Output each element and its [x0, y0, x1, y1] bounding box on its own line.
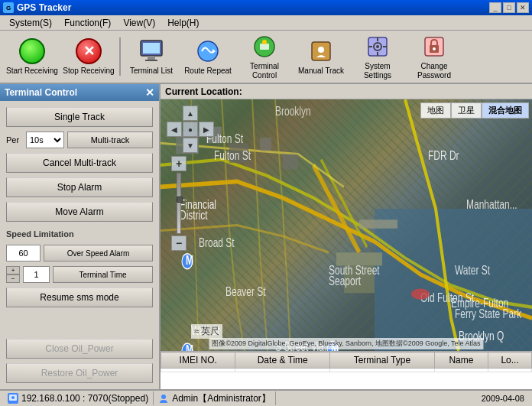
zoom-bar: + −	[171, 156, 187, 251]
status-user: Admin【Administrator】	[154, 391, 276, 405]
svg-rect-15	[377, 52, 378, 56]
svg-text:Beaver St: Beaver St	[225, 284, 266, 299]
map-type-bar: 地图 卫星 混合地图	[420, 102, 529, 119]
manual-track-icon	[307, 37, 335, 65]
network-icon	[8, 393, 18, 404]
start-receiving-label: Start Receiving	[6, 67, 58, 76]
minus-button[interactable]: −	[6, 274, 20, 283]
toolbar-separator	[119, 37, 121, 76]
minimize-button[interactable]: _	[489, 2, 501, 13]
stepper-row: + − Terminal Time	[6, 266, 153, 283]
cell-name	[434, 369, 488, 372]
svg-rect-3	[145, 60, 157, 61]
scale-value: ≈	[194, 326, 200, 336]
map-type-map-button[interactable]: 地图	[420, 102, 451, 119]
map-area[interactable]: Financial District South Street Seaport …	[161, 99, 532, 351]
system-settings-button[interactable]: System Settings	[350, 33, 405, 80]
title-bar-left: G GPS Tracker	[3, 2, 71, 13]
app-icon: G	[3, 2, 14, 13]
svg-rect-7	[260, 44, 269, 50]
terminal-list-button[interactable]: Terminal List	[124, 33, 179, 80]
svg-rect-1	[143, 43, 160, 54]
stop-receiving-button[interactable]: ✕ Stop Receiving	[61, 33, 116, 80]
plus-button[interactable]: +	[6, 266, 20, 274]
svg-point-10	[318, 47, 324, 53]
maximize-button[interactable]: □	[503, 2, 515, 13]
window-controls[interactable]: _ □ ✕	[489, 2, 529, 13]
cancel-multi-track-button[interactable]: Cancel Multi-track	[6, 153, 153, 173]
zoom-in-button[interactable]: +	[171, 156, 187, 171]
single-track-button[interactable]: Single Track	[6, 107, 153, 127]
cell-datetime	[235, 369, 330, 372]
svg-rect-29	[260, 138, 271, 151]
per-row: Per 10s 5s 30s 60s Multi-track	[6, 132, 153, 148]
stepper-buttons: + −	[6, 266, 20, 283]
change-password-button[interactable]: Change Password	[407, 33, 462, 80]
map-type-hybrid-button[interactable]: 混合地图	[482, 102, 529, 119]
multi-track-button[interactable]: Multi-track	[67, 132, 153, 148]
scale-unit: 英尺	[201, 326, 219, 336]
col-terminal-type: Terminal Type	[330, 352, 435, 369]
over-speed-alarm-button[interactable]: Over Speed Alarm	[44, 245, 153, 261]
map-type-satellite-button[interactable]: 卫星	[451, 102, 482, 119]
map-scale: ≈ 英尺	[191, 324, 222, 339]
menu-system[interactable]: System(S)	[3, 16, 58, 30]
terminal-time-button[interactable]: Terminal Time	[53, 266, 153, 283]
change-password-label: Change Password	[407, 62, 462, 80]
panel-close-button[interactable]: ✕	[145, 86, 154, 99]
move-alarm-button[interactable]: Move Alarm	[6, 202, 153, 222]
speed-input[interactable]	[6, 245, 41, 261]
manual-track-button[interactable]: Manual Track	[294, 33, 349, 80]
zoom-out-button[interactable]: −	[171, 235, 187, 251]
svg-text:Fulton St: Fulton St	[214, 148, 251, 163]
svg-rect-30	[283, 154, 298, 170]
resume-sms-button[interactable]: Resume sms mode	[6, 287, 153, 307]
user-icon	[158, 393, 169, 404]
svg-rect-16	[368, 46, 372, 47]
menu-bar: System(S) Function(F) View(V) Help(H)	[0, 15, 532, 31]
menu-view[interactable]: View(V)	[117, 16, 161, 30]
panel-title: Terminal Control	[5, 87, 77, 98]
terminal-control-button[interactable]: Terminal Control	[237, 33, 292, 80]
svg-rect-25	[359, 219, 397, 228]
nav-right-button[interactable]: ▶	[199, 122, 214, 137]
terminal-list-label: Terminal List	[130, 67, 173, 76]
main-content: Terminal Control ✕ Single Track Per 10s …	[0, 84, 532, 389]
terminal-control-icon	[251, 33, 278, 60]
stepper-value[interactable]	[23, 266, 50, 283]
close-oil-button[interactable]: Close Oil_Power	[6, 339, 153, 359]
table-row	[161, 369, 532, 372]
map-copyright: 图像©2009 DigitalGlobe, GeoEye, Bluesky, S…	[209, 338, 483, 349]
svg-text:Brooklyn: Brooklyn	[275, 104, 311, 119]
col-name: Name	[434, 352, 488, 369]
nav-down-button[interactable]: ▼	[183, 138, 198, 153]
status-date: 2009-04-08	[477, 394, 529, 403]
svg-text:Seaport: Seaport	[329, 274, 361, 288]
restore-oil-button[interactable]: Restore Oil_Power	[6, 363, 153, 383]
route-repeat-button[interactable]: Route Repeat	[180, 33, 235, 80]
start-receiving-button[interactable]: Start Receiving	[5, 33, 60, 80]
route-repeat-icon	[194, 37, 222, 65]
data-table-area: IMEI NO. Date & Time Terminal Type Name …	[161, 351, 532, 389]
nav-left-button[interactable]: ◀	[167, 122, 182, 137]
svg-point-20	[433, 47, 436, 50]
system-settings-label: System Settings	[350, 62, 405, 80]
manual-track-label: Manual Track	[298, 67, 344, 76]
cell-imei	[161, 369, 235, 372]
stop-receiving-icon: ✕	[75, 37, 102, 65]
menu-help[interactable]: Help(H)	[161, 16, 205, 30]
menu-function[interactable]: Function(F)	[58, 16, 117, 30]
close-button[interactable]: ✕	[517, 2, 529, 13]
svg-text:Manhattan...: Manhattan...	[466, 197, 517, 212]
stop-alarm-button[interactable]: Stop Alarm	[6, 177, 153, 197]
panel-body: Single Track Per 10s 5s 30s 60s Multi-tr…	[0, 101, 159, 389]
per-select[interactable]: 10s 5s 30s 60s	[26, 132, 64, 148]
nav-center-button[interactable]: ●	[183, 122, 198, 137]
svg-rect-14	[377, 37, 378, 41]
change-password-icon	[420, 33, 448, 60]
status-bar: 192.168.0.100 : 7070(Stopped) Admin【Admi…	[0, 389, 532, 406]
svg-point-57	[11, 396, 15, 399]
panel-header: Terminal Control ✕	[0, 84, 159, 101]
nav-up-button[interactable]: ▲	[183, 106, 198, 121]
speed-row: Over Speed Alarm	[6, 245, 153, 261]
